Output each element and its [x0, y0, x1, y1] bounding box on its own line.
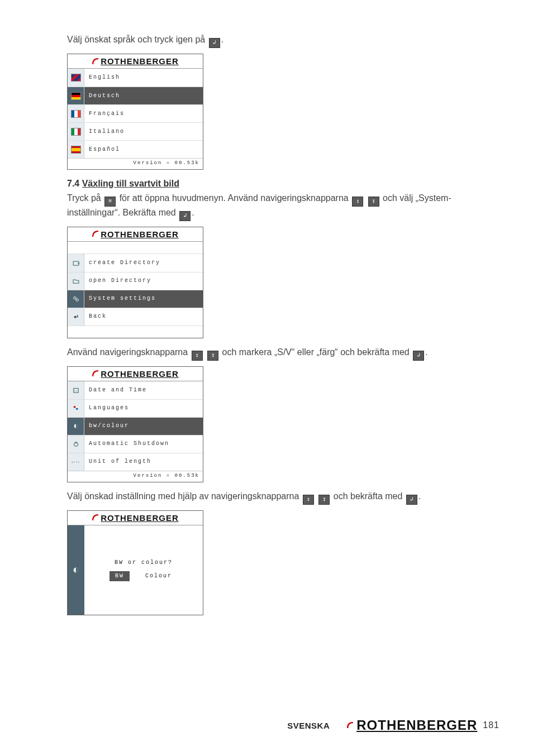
nav-down-icon: ↧: [207, 351, 218, 361]
settings-label: Languages: [84, 404, 203, 412]
enter-icon: ↲: [406, 495, 417, 505]
flag-de-icon: [68, 87, 84, 104]
brand-label: ROTHENBERGER: [101, 55, 179, 67]
text: Välj önskat språk och tryck igen på: [67, 35, 208, 44]
section-title: Växling till svartvit bild: [82, 179, 179, 188]
calendar-icon: 12: [68, 381, 84, 399]
globe-icon: [68, 400, 84, 417]
menu-icon: ≡: [104, 197, 116, 207]
lang-row-italiano[interactable]: Italiano: [68, 122, 203, 140]
text: och bekräfta med: [334, 491, 405, 501]
text: för att öppna huvudmenyn. Använd naviger…: [120, 193, 351, 203]
lang-row-francais[interactable]: Français: [68, 104, 203, 122]
language-list: English Deutsch Français Italiano Españo…: [68, 69, 203, 158]
svg-point-2: [76, 299, 78, 301]
settings-label: Date and Time: [84, 386, 203, 394]
nav-up-icon: ↥: [192, 351, 203, 361]
text: .: [425, 347, 427, 357]
lang-row-deutsch[interactable]: Deutsch: [68, 87, 203, 104]
footer-brand: ROTHENBERGER 181: [346, 716, 499, 735]
version-label: Version = 00.53k: [68, 158, 203, 169]
brand-arc-icon: [92, 370, 99, 377]
enter-icon: ↲: [413, 351, 424, 361]
text: .: [221, 35, 223, 44]
menu-row-system-settings[interactable]: System settings: [68, 290, 203, 308]
settings-row-unitlength[interactable]: m/ft Unit of length: [68, 453, 203, 471]
section-7-4-heading: 7.4 Växling till svartvit bild: [67, 178, 499, 190]
brand-label: ROTHENBERGER: [101, 368, 179, 380]
settings-panel: ROTHENBERGER 12 Date and Time Languages …: [67, 366, 203, 482]
settings-row-autoshutdown[interactable]: Automatic Shutdown: [68, 435, 203, 453]
language-panel: ROTHENBERGER English Deutsch Français It…: [67, 54, 203, 170]
settings-label: Unit of length: [84, 458, 203, 466]
open-menu-paragraph: Tryck på ≡ för att öppna huvudmenyn. Anv…: [67, 192, 499, 221]
enter-icon: ↲: [209, 38, 220, 48]
lang-label: English: [84, 74, 203, 82]
menu-label: System settings: [84, 295, 203, 303]
brand-arc-icon: [92, 230, 99, 238]
panel-header: ROTHENBERGER: [68, 367, 203, 381]
menu-row-open-dir[interactable]: open Directory: [68, 272, 203, 290]
settings-row-languages[interactable]: Languages: [68, 399, 203, 417]
bw-colour-panel: ROTHENBERGER BW or colour? BW Colour: [67, 510, 203, 615]
ruler-icon: m/ft: [68, 453, 84, 471]
menu-label: open Directory: [84, 277, 203, 285]
option-bw[interactable]: BW: [110, 571, 130, 581]
settings-label: bw/colour: [84, 422, 203, 430]
spacer: [68, 326, 203, 338]
lang-label: Español: [84, 146, 203, 154]
section-number: 7.4: [67, 179, 82, 188]
text: .: [192, 208, 194, 217]
svg-rect-0: [73, 261, 79, 265]
bw-question: BW or colour?: [84, 559, 203, 567]
page-number: 181: [483, 719, 499, 731]
lang-label: Italiano: [84, 128, 203, 136]
menu-row-create-dir[interactable]: create Directory: [68, 254, 203, 272]
power-icon: [68, 436, 84, 453]
page-footer: SVENSKA ROTHENBERGER 181: [0, 716, 533, 735]
intro-paragraph: Välj önskat språk och tryck igen på ↲.: [67, 34, 499, 48]
option-colour[interactable]: Colour: [140, 571, 178, 581]
menu-row-back[interactable]: Back: [68, 308, 203, 326]
flag-es-icon: [68, 141, 84, 158]
gears-icon: [68, 290, 84, 308]
bw-panel-body: BW or colour? BW Colour: [68, 525, 203, 615]
svg-text:m/ft: m/ft: [72, 462, 80, 464]
menu-label: create Directory: [84, 259, 203, 267]
settings-row-datetime[interactable]: 12 Date and Time: [68, 381, 203, 399]
text: .: [418, 491, 421, 501]
brand-label: ROTHENBERGER: [356, 716, 477, 735]
main-menu-panel: ROTHENBERGER create Directory open Direc…: [67, 227, 203, 338]
version-label: Version = 00.53k: [68, 471, 203, 482]
flag-fr-icon: [68, 105, 84, 122]
panel-header: ROTHENBERGER: [68, 511, 203, 525]
nav-down-icon: ↧: [318, 495, 330, 505]
nav-up-icon: ↥: [352, 197, 363, 207]
svg-text:12: 12: [74, 390, 78, 392]
return-icon: [68, 308, 84, 326]
contrast-icon: [68, 418, 84, 435]
menu-label: Back: [84, 313, 203, 320]
folder-plus-icon: [68, 254, 84, 272]
nav-up-icon: ↥: [303, 495, 314, 505]
nav-down-icon: ↧: [368, 197, 379, 207]
svg-rect-5: [73, 406, 75, 408]
contrast-icon: [68, 525, 84, 615]
brand-label: ROTHENBERGER: [101, 228, 179, 240]
brand-arc-icon: [346, 721, 354, 729]
lang-row-english[interactable]: English: [68, 69, 203, 87]
panel-header: ROTHENBERGER: [68, 227, 203, 242]
settings-row-bwcolour[interactable]: bw/colour: [68, 417, 203, 435]
brand-arc-icon: [92, 58, 99, 65]
flag-uk-icon: [68, 69, 84, 87]
lang-label: Français: [84, 110, 203, 118]
lang-row-espanol[interactable]: Español: [68, 140, 203, 158]
settings-label: Automatic Shutdown: [84, 440, 203, 448]
enter-icon: ↲: [179, 211, 191, 221]
confirm-paragraph: Välj önskad inställning med hjälp av nav…: [67, 490, 499, 505]
text: Tryck på: [67, 193, 103, 203]
brand-label: ROTHENBERGER: [101, 512, 179, 524]
text: och markera „S/V“ eller „färg“ och bekrä…: [222, 347, 412, 357]
svg-rect-6: [76, 408, 78, 410]
panel-header: ROTHENBERGER: [68, 54, 203, 69]
